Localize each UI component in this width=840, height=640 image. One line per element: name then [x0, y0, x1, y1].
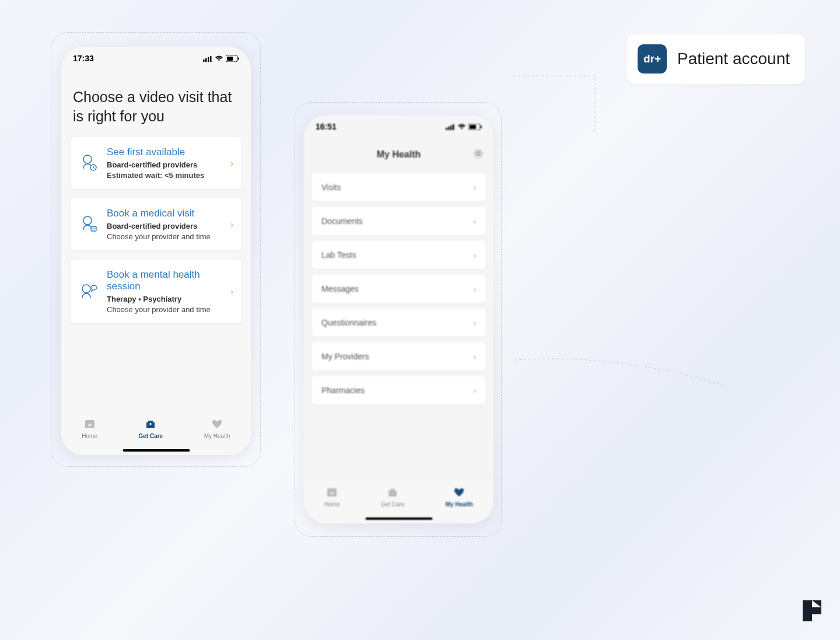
visit-card-line2: Choose your provider and time — [107, 232, 222, 241]
svg-point-13 — [91, 285, 97, 290]
tab-bar: dr Home Get Care My Health — [304, 480, 494, 523]
tab-label: My Health — [204, 433, 230, 439]
visit-card-body: Book a medical visit Board-certified pro… — [107, 208, 222, 241]
visit-card-line1: Board-certified providers — [107, 222, 222, 230]
status-bar: 17:33 — [61, 47, 251, 70]
doctor-calendar-icon — [79, 215, 99, 235]
visit-card-line1: Board-certified providers — [107, 160, 222, 169]
dashed-connector-lines — [513, 35, 840, 502]
tab-home[interactable]: dr Home — [324, 486, 340, 508]
svg-rect-18 — [446, 128, 447, 130]
brand-corner-logo — [800, 598, 824, 624]
svg-point-7 — [83, 155, 92, 163]
visit-card-body: Book a mental health session Therapy • P… — [107, 269, 222, 314]
svg-point-25 — [477, 152, 480, 155]
tab-my-health[interactable]: My Health — [204, 418, 230, 439]
list-row-my-providers[interactable]: My Providers › — [312, 342, 485, 370]
chevron-right-icon: › — [474, 217, 476, 226]
gear-icon[interactable] — [473, 148, 484, 162]
svg-text:dr: dr — [330, 491, 334, 496]
list-row-visits[interactable]: Visits › — [312, 173, 485, 201]
heart-icon — [211, 418, 223, 431]
tab-bar: dr Home Get Care My Health — [61, 412, 251, 455]
tab-get-care[interactable]: Get Care — [381, 486, 405, 508]
care-icon — [386, 486, 399, 499]
wifi-icon — [215, 55, 223, 62]
visit-card-title: See first available — [107, 146, 222, 158]
header-title: My Health — [377, 149, 421, 160]
visit-card-title: Book a medical visit — [107, 208, 222, 219]
tab-label: Get Care — [381, 501, 405, 508]
list-row-questionnaires[interactable]: Questionnaires › — [312, 309, 485, 337]
list-row-lab-tests[interactable]: Lab Tests › — [312, 241, 485, 269]
status-time: 16:51 — [316, 122, 337, 131]
list-row-label: Questionnaires — [321, 318, 376, 327]
list-row-label: Pharmacies — [321, 386, 365, 395]
chevron-right-icon: › — [230, 287, 233, 296]
tab-my-health[interactable]: My Health — [446, 486, 473, 508]
tab-label: Home — [82, 433, 97, 439]
care-icon — [144, 418, 157, 431]
svg-text:dr: dr — [88, 422, 92, 428]
svg-rect-17 — [150, 423, 152, 425]
status-time: 17:33 — [73, 54, 94, 63]
phone-get-care: 17:33 Choose a video visit that is right… — [61, 47, 251, 455]
status-bar: 16:51 — [304, 115, 494, 138]
wifi-icon — [457, 124, 466, 130]
home-indicator[interactable] — [365, 517, 432, 520]
battery-icon — [226, 55, 239, 62]
tab-home[interactable]: dr Home — [82, 418, 97, 439]
screen-header: My Health — [304, 142, 494, 167]
visit-card-line1: Therapy • Psychiatry — [107, 295, 222, 303]
patient-account-badge: dr+ Patient account — [627, 34, 805, 84]
tab-get-care[interactable]: Get Care — [138, 418, 163, 439]
status-icons — [446, 124, 482, 130]
visit-card-line2: Choose your provider and time — [107, 305, 222, 314]
dr-logo-icon: dr+ — [638, 44, 667, 74]
signal-icon — [203, 55, 212, 62]
tab-label: Get Care — [138, 433, 163, 439]
home-icon: dr — [326, 486, 338, 499]
home-icon: dr — [83, 418, 96, 431]
svg-rect-24 — [481, 125, 482, 128]
svg-rect-3 — [210, 56, 212, 62]
chevron-right-icon: › — [474, 386, 476, 395]
list-row-label: Messages — [321, 284, 359, 293]
chevron-right-icon: › — [474, 183, 476, 192]
chevron-right-icon: › — [230, 220, 233, 229]
list-row-messages[interactable]: Messages › — [312, 275, 485, 303]
svg-point-12 — [82, 285, 90, 293]
page-title: Choose a video visit that is right for y… — [61, 70, 251, 137]
svg-rect-21 — [453, 124, 454, 130]
visit-card-body: See first available Board-certified prov… — [107, 146, 222, 180]
home-indicator[interactable] — [123, 449, 190, 452]
badge-label: Patient account — [677, 50, 790, 68]
visit-card-medical[interactable]: Book a medical visit Board-certified pro… — [71, 198, 242, 250]
list-row-label: Documents — [321, 216, 363, 226]
chevron-right-icon: › — [474, 251, 476, 260]
svg-rect-19 — [448, 127, 450, 130]
list-row-label: Visits — [321, 183, 341, 192]
visit-card-line2: Estimated wait: <5 minutes — [107, 171, 222, 180]
svg-rect-2 — [208, 57, 209, 62]
list-row-label: Lab Tests — [321, 250, 356, 260]
list-row-label: My Providers — [321, 352, 369, 361]
chevron-right-icon: › — [474, 352, 476, 361]
signal-icon — [446, 124, 455, 130]
list-row-pharmacies[interactable]: Pharmacies › — [312, 376, 485, 404]
doctor-clock-icon — [79, 153, 99, 173]
chevron-right-icon: › — [474, 319, 476, 327]
visit-card-mental-health[interactable]: Book a mental health session Therapy • P… — [71, 260, 242, 323]
visit-card-title: Book a mental health session — [107, 269, 222, 292]
svg-rect-1 — [205, 58, 207, 62]
svg-rect-20 — [450, 125, 452, 130]
status-icons — [203, 55, 239, 62]
svg-rect-23 — [470, 125, 476, 129]
chevron-right-icon: › — [474, 285, 476, 293]
therapy-icon — [79, 282, 99, 302]
svg-rect-6 — [238, 57, 239, 60]
list-row-documents[interactable]: Documents › — [312, 207, 485, 235]
phone-my-health: 16:51 My Health Visits › Documents › Lab… — [304, 115, 494, 523]
visit-card-first-available[interactable]: See first available Board-certified prov… — [71, 137, 242, 189]
heart-icon — [453, 486, 466, 499]
